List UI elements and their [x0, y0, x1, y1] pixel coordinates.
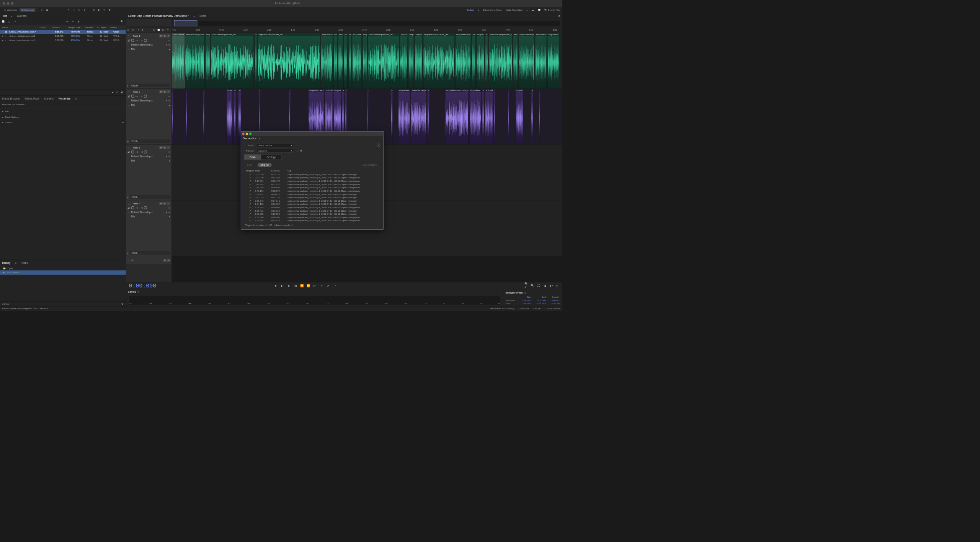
chevron-icon[interactable]: ▸	[166, 155, 167, 157]
mono-stereo-icon[interactable]: ⊙	[168, 39, 170, 41]
eq-icon[interactable]: ⫾	[142, 29, 145, 32]
audio-clip[interactable]: strip-silence-podcast_rec...	[531, 89, 533, 144]
diagnostic-row[interactable]: ✓0:59.2400:04.646strip-silence-podcast_r…	[244, 199, 380, 202]
record-button[interactable]: ●	[320, 283, 324, 287]
levels-tab[interactable]: Levels ≡	[126, 289, 503, 295]
chevron-icon[interactable]: ▸	[169, 104, 170, 106]
history-item[interactable]: 📂Open	[0, 266, 126, 270]
audio-clip[interactable]: strip-silence-podcast_rec...	[485, 33, 488, 88]
lasso-icon[interactable]: ◐	[97, 8, 101, 12]
record-arm-button[interactable]: R	[167, 202, 170, 205]
solo-button[interactable]: S	[163, 34, 167, 38]
audio-clip[interactable]: strip-silence-podcast_rec...	[445, 89, 469, 144]
loop-icon[interactable]: ⟳	[116, 91, 118, 93]
audio-clip[interactable]: strip-silence-podcast_rec...	[344, 33, 348, 88]
tab-video[interactable]: Video	[21, 260, 28, 265]
view-dur[interactable]: 5:35.343	[548, 302, 560, 305]
diagnostic-row[interactable]: ✓1:05.4110:01.015strip-silence-podcast_r…	[244, 209, 380, 212]
audio-clip[interactable]: strip-silence-podcast_rec...	[211, 33, 254, 88]
tab-files-menu-icon[interactable]: ≡	[11, 15, 12, 17]
loop-button[interactable]: ⟳	[326, 283, 330, 287]
a-icon[interactable]: ⓐ	[153, 29, 156, 32]
diagnostic-row[interactable]: ✓0:48.1960:08.574strip-silence-podcast_r…	[244, 189, 380, 193]
automation-mode-select[interactable]: Read ▾	[130, 139, 170, 143]
audio-clip[interactable]: strip-silence-podcast_rec...	[482, 89, 484, 144]
more-workspaces-icon[interactable]: »	[526, 9, 528, 11]
audio-clip[interactable]: strip-silence-podcast_rec...	[539, 89, 541, 144]
tool-icon[interactable]: ≡	[127, 29, 131, 32]
sel-start[interactable]: 0:00.000	[519, 299, 531, 302]
tab-effects-rack[interactable]: Effects Rack	[24, 96, 39, 101]
mute-button[interactable]: M	[159, 90, 163, 93]
tab-properties[interactable]: Properties	[59, 96, 70, 101]
vol-knob[interactable]	[131, 95, 134, 98]
audio-clip[interactable]: strip-silence-podcast_rec...	[469, 89, 481, 144]
workspace-menu-icon[interactable]: ≡	[478, 9, 479, 11]
route-icon[interactable]: ⊘	[168, 155, 170, 157]
diagnostic-row[interactable]: ✓0:56.1520:00.612strip-silence-podcast_r…	[244, 193, 380, 196]
audio-clip[interactable]: strip-silence-podcast_rec...	[400, 33, 408, 88]
grip-icon[interactable]: ⋮⋮	[127, 35, 132, 37]
autoplay-icon[interactable]: 🔊	[121, 91, 123, 93]
audio-clip[interactable]: strip-silence-podcast_rec...	[513, 33, 518, 88]
audio-clip[interactable]: strip-silence-podcast_rec...	[515, 89, 523, 144]
close-file-icon[interactable]: ✕	[72, 20, 75, 24]
audio-clip[interactable]: strip-silence-podcast_rec...	[368, 33, 399, 88]
audio-clip[interactable]: strip-silence-podcast_rec...	[455, 33, 471, 88]
mono-stereo-icon[interactable]: ⊙	[168, 207, 170, 209]
play-button[interactable]: ▶	[280, 283, 284, 287]
pan-knob[interactable]	[144, 39, 147, 42]
vol-value[interactable]: +0	[135, 207, 138, 209]
audio-clip[interactable]: strip-silence-podcast_rec...	[408, 33, 414, 88]
audio-clip[interactable]: strip-silence-podcast_rec...	[352, 33, 361, 88]
audio-clip[interactable]: strip-silence-podcast_rec...	[203, 89, 204, 144]
presets-select[interactable]: (Custom)▾	[256, 149, 294, 153]
output-select[interactable]: Mix	[131, 104, 168, 106]
solo-button[interactable]: S	[163, 90, 167, 93]
audio-clip[interactable]: strip-silence-podcast_rec...	[234, 89, 236, 144]
pan-knob[interactable]	[144, 95, 147, 98]
zoom-v-in-icon[interactable]: ⬍+	[549, 283, 553, 287]
open-file-icon[interactable]: 📄	[2, 20, 5, 24]
close-dot[interactable]	[3, 2, 5, 5]
chevron-icon[interactable]: ▸	[169, 160, 170, 162]
file-row[interactable]: ▸♪ strip-s...-duringleaves.mp3 5:28.728 …	[0, 34, 126, 38]
mute-button[interactable]: M	[159, 34, 163, 38]
fx-icon[interactable]: fx	[132, 29, 135, 32]
pause-button[interactable]: ⏸	[287, 283, 291, 287]
audio-clip[interactable]: strip-silence-podcast_rec...	[493, 89, 495, 144]
dialog-min-icon[interactable]	[246, 133, 248, 135]
track-header[interactable]: ⋮⋮Track 1MSR 🔊+0⊙⊙ →Default Stereo Input…	[126, 33, 172, 89]
diagnostic-row[interactable]: ✓1:35.4950:02.878strip-silence-podcast_r…	[244, 219, 380, 222]
input-select[interactable]: Default Stereo Input	[131, 44, 165, 46]
disclosure-icon[interactable]: ▸	[127, 196, 129, 198]
audio-clip[interactable]: strip-silence-podcast_rec...	[547, 33, 559, 88]
automation-mode-select[interactable]: Read ▾	[130, 251, 170, 255]
chevron-down-icon[interactable]: ▾	[167, 29, 170, 32]
strip-all-button[interactable]: Strip All	[257, 163, 271, 167]
tab-mixer[interactable]: Mixer	[199, 13, 206, 18]
input-select[interactable]: Default Stereo Input	[131, 155, 165, 158]
vol-value[interactable]: +0	[135, 95, 138, 97]
zoom-in-icon[interactable]: 🔍+	[524, 283, 529, 287]
toggle-icon-b[interactable]: ▣	[45, 8, 49, 12]
file-row[interactable]: ▤ Strip S...rview Demo.sesx * 5:35.343 4…	[0, 30, 126, 34]
dialog-titlebar[interactable]	[241, 132, 383, 136]
overview-bar[interactable]	[174, 20, 560, 26]
mute-button[interactable]: M	[163, 259, 167, 262]
disclosure-icon[interactable]: ▸	[2, 39, 5, 41]
vol-knob[interactable]	[131, 150, 134, 153]
record-arm-button[interactable]: R	[167, 90, 170, 93]
trash-icon[interactable]: 🗑	[78, 20, 81, 24]
tab-media-browser[interactable]: Media Browser	[2, 96, 20, 101]
overview-selection[interactable]	[174, 20, 197, 26]
effect-select[interactable]: Delete Silence▾	[256, 144, 294, 147]
timecode-display[interactable]: 0:00.000	[129, 282, 156, 289]
workspace-radio[interactable]: Radio Production	[506, 9, 523, 11]
disclosure-icon[interactable]: ▸	[127, 84, 129, 87]
diagnostic-row[interactable]: ✓0:00.0000:15.122strip-silence-podcast_r…	[244, 173, 380, 176]
disclosure-icon[interactable]: ▸	[2, 35, 5, 37]
tab-files[interactable]: Files	[2, 13, 8, 18]
workspace-default[interactable]: Default	[467, 9, 474, 11]
input-select[interactable]: Default Stereo Input	[131, 211, 165, 214]
